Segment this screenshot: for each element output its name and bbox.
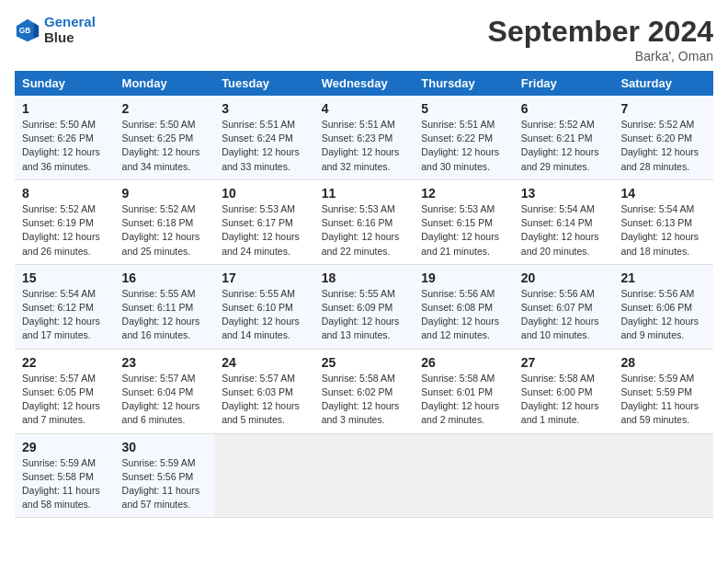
month-title: September 2024	[488, 15, 713, 49]
calendar-cell: 8Sunrise: 5:52 AMSunset: 6:19 PMDaylight…	[15, 179, 115, 264]
day-info: Sunrise: 5:52 AMSunset: 6:19 PMDaylight:…	[22, 202, 108, 259]
calendar-cell: 22Sunrise: 5:57 AMSunset: 6:05 PMDayligh…	[15, 349, 115, 433]
calendar-cell: 23Sunrise: 5:57 AMSunset: 6:04 PMDayligh…	[115, 349, 215, 433]
calendar-cell: 12Sunrise: 5:53 AMSunset: 6:15 PMDayligh…	[414, 179, 514, 264]
day-info: Sunrise: 5:57 AMSunset: 6:03 PMDaylight:…	[222, 372, 307, 428]
calendar-cell: 10Sunrise: 5:53 AMSunset: 6:17 PMDayligh…	[214, 179, 314, 264]
calendar-cell: 15Sunrise: 5:54 AMSunset: 6:12 PMDayligh…	[15, 264, 115, 349]
calendar-cell: 25Sunrise: 5:58 AMSunset: 6:02 PMDayligh…	[314, 349, 415, 433]
calendar-cell: 9Sunrise: 5:52 AMSunset: 6:18 PMDaylight…	[115, 179, 215, 264]
day-number: 8	[22, 186, 108, 201]
svg-text:GB: GB	[19, 25, 31, 34]
day-info: Sunrise: 5:56 AMSunset: 6:08 PMDaylight:…	[421, 287, 506, 343]
calendar-cell	[314, 433, 415, 518]
day-number: 20	[521, 270, 607, 285]
day-number: 28	[620, 355, 706, 370]
calendar-cell: 20Sunrise: 5:56 AMSunset: 6:07 PMDayligh…	[514, 264, 614, 349]
day-number: 4	[322, 101, 407, 116]
day-number: 6	[521, 101, 607, 116]
calendar-row: 29Sunrise: 5:59 AMSunset: 5:58 PMDayligh…	[15, 433, 713, 518]
calendar-row: 1Sunrise: 5:50 AMSunset: 6:26 PMDaylight…	[15, 96, 713, 179]
day-number: 21	[620, 270, 706, 285]
calendar-cell: 16Sunrise: 5:55 AMSunset: 6:11 PMDayligh…	[115, 264, 215, 349]
day-number: 22	[22, 355, 108, 370]
calendar-row: 8Sunrise: 5:52 AMSunset: 6:19 PMDaylight…	[15, 179, 713, 264]
title-block: September 2024 Barka', Oman	[488, 15, 713, 63]
day-number: 23	[122, 355, 208, 370]
calendar-cell: 30Sunrise: 5:59 AMSunset: 5:56 PMDayligh…	[115, 433, 215, 518]
calendar-cell: 14Sunrise: 5:54 AMSunset: 6:13 PMDayligh…	[613, 179, 713, 264]
day-number: 17	[222, 270, 307, 285]
day-number: 10	[222, 186, 307, 201]
calendar-cell: 1Sunrise: 5:50 AMSunset: 6:26 PMDaylight…	[15, 96, 115, 179]
calendar-cell: 26Sunrise: 5:58 AMSunset: 6:01 PMDayligh…	[414, 349, 514, 433]
calendar-cell	[613, 433, 713, 518]
calendar-cell: 7Sunrise: 5:52 AMSunset: 6:20 PMDaylight…	[613, 96, 713, 179]
day-info: Sunrise: 5:56 AMSunset: 6:06 PMDaylight:…	[620, 287, 706, 343]
day-info: Sunrise: 5:58 AMSunset: 6:01 PMDaylight:…	[421, 372, 506, 428]
day-info: Sunrise: 5:51 AMSunset: 6:23 PMDaylight:…	[322, 118, 407, 174]
day-info: Sunrise: 5:53 AMSunset: 6:16 PMDaylight:…	[322, 202, 407, 259]
day-number: 14	[620, 186, 706, 201]
day-info: Sunrise: 5:53 AMSunset: 6:17 PMDaylight:…	[222, 202, 307, 259]
calendar-cell: 3Sunrise: 5:51 AMSunset: 6:24 PMDaylight…	[214, 96, 314, 179]
calendar-cell: 24Sunrise: 5:57 AMSunset: 6:03 PMDayligh…	[214, 349, 314, 433]
calendar-row: 15Sunrise: 5:54 AMSunset: 6:12 PMDayligh…	[15, 264, 713, 349]
day-info: Sunrise: 5:59 AMSunset: 5:56 PMDaylight:…	[122, 456, 208, 512]
calendar-cell	[514, 433, 614, 518]
day-info: Sunrise: 5:52 AMSunset: 6:21 PMDaylight:…	[521, 118, 607, 174]
day-info: Sunrise: 5:58 AMSunset: 6:02 PMDaylight:…	[322, 372, 407, 428]
day-info: Sunrise: 5:51 AMSunset: 6:22 PMDaylight:…	[421, 118, 506, 174]
col-saturday: Saturday	[613, 71, 713, 96]
day-number: 3	[222, 101, 307, 116]
logo-text: General Blue	[44, 15, 96, 45]
calendar-cell: 6Sunrise: 5:52 AMSunset: 6:21 PMDaylight…	[514, 96, 614, 179]
day-info: Sunrise: 5:50 AMSunset: 6:26 PMDaylight:…	[22, 118, 108, 174]
day-number: 9	[122, 186, 208, 201]
day-number: 27	[521, 355, 607, 370]
calendar-cell: 18Sunrise: 5:55 AMSunset: 6:09 PMDayligh…	[314, 264, 415, 349]
day-number: 19	[421, 270, 506, 285]
calendar-cell: 17Sunrise: 5:55 AMSunset: 6:10 PMDayligh…	[214, 264, 314, 349]
day-number: 16	[122, 270, 208, 285]
calendar-cell: 13Sunrise: 5:54 AMSunset: 6:14 PMDayligh…	[514, 179, 614, 264]
day-info: Sunrise: 5:59 AMSunset: 5:59 PMDaylight:…	[620, 372, 706, 428]
day-info: Sunrise: 5:53 AMSunset: 6:15 PMDaylight:…	[421, 202, 506, 259]
day-number: 11	[322, 186, 407, 201]
calendar-cell: 21Sunrise: 5:56 AMSunset: 6:06 PMDayligh…	[613, 264, 713, 349]
day-number: 12	[421, 186, 506, 201]
day-number: 15	[22, 270, 108, 285]
logo-icon: GB	[15, 17, 40, 43]
day-info: Sunrise: 5:54 AMSunset: 6:13 PMDaylight:…	[620, 202, 706, 259]
col-monday: Monday	[115, 71, 215, 96]
calendar-cell: 19Sunrise: 5:56 AMSunset: 6:08 PMDayligh…	[414, 264, 514, 349]
day-info: Sunrise: 5:55 AMSunset: 6:11 PMDaylight:…	[122, 287, 208, 343]
day-number: 2	[122, 101, 208, 116]
calendar-cell: 4Sunrise: 5:51 AMSunset: 6:23 PMDaylight…	[314, 96, 415, 179]
day-number: 1	[22, 101, 108, 116]
calendar-cell: 27Sunrise: 5:58 AMSunset: 6:00 PMDayligh…	[514, 349, 614, 433]
calendar-cell: 29Sunrise: 5:59 AMSunset: 5:58 PMDayligh…	[15, 433, 115, 518]
day-number: 18	[322, 270, 407, 285]
col-tuesday: Tuesday	[214, 71, 314, 96]
col-sunday: Sunday	[15, 71, 115, 96]
logo: GB General Blue	[15, 15, 96, 45]
day-info: Sunrise: 5:59 AMSunset: 5:58 PMDaylight:…	[22, 456, 108, 512]
calendar-table: Sunday Monday Tuesday Wednesday Thursday…	[15, 71, 713, 518]
calendar-cell: 28Sunrise: 5:59 AMSunset: 5:59 PMDayligh…	[613, 349, 713, 433]
calendar-row: 22Sunrise: 5:57 AMSunset: 6:05 PMDayligh…	[15, 349, 713, 433]
day-number: 24	[222, 355, 307, 370]
page-header: GB General Blue September 2024 Barka', O…	[15, 15, 713, 63]
calendar-cell: 2Sunrise: 5:50 AMSunset: 6:25 PMDaylight…	[115, 96, 215, 179]
day-info: Sunrise: 5:52 AMSunset: 6:18 PMDaylight:…	[122, 202, 208, 259]
day-number: 25	[322, 355, 407, 370]
day-info: Sunrise: 5:55 AMSunset: 6:09 PMDaylight:…	[322, 287, 407, 343]
day-number: 5	[421, 101, 506, 116]
day-number: 29	[22, 440, 108, 454]
header-row: Sunday Monday Tuesday Wednesday Thursday…	[15, 71, 713, 96]
day-number: 7	[620, 101, 706, 116]
day-info: Sunrise: 5:57 AMSunset: 6:04 PMDaylight:…	[122, 372, 208, 428]
calendar-cell	[414, 433, 514, 518]
svg-marker-1	[34, 22, 40, 38]
day-info: Sunrise: 5:58 AMSunset: 6:00 PMDaylight:…	[521, 372, 607, 428]
